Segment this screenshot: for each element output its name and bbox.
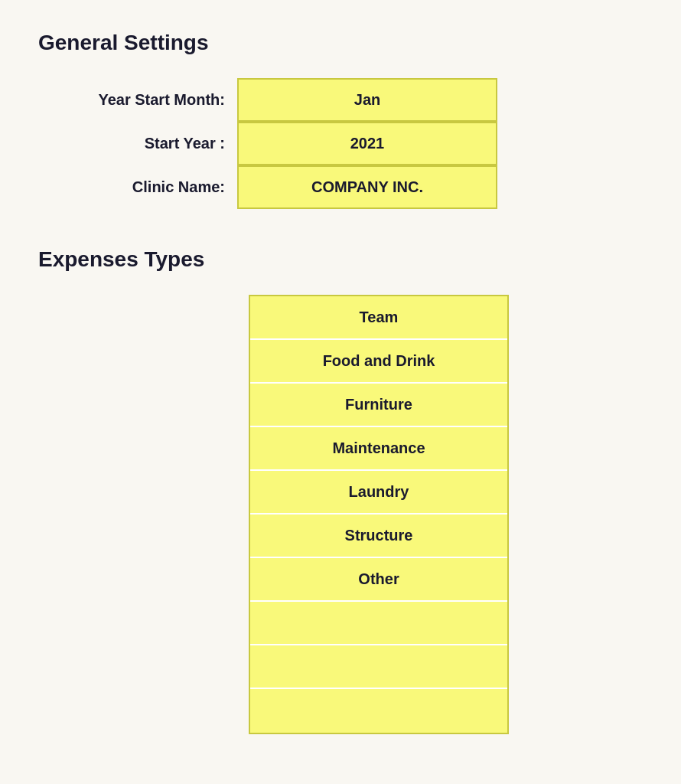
- start-year-value[interactable]: 2021: [237, 122, 497, 165]
- expense-row-maintenance[interactable]: Maintenance: [250, 427, 507, 471]
- expense-row-team[interactable]: Team: [250, 296, 507, 340]
- expense-row-empty-1[interactable]: [250, 602, 507, 645]
- expenses-types-section: Expenses Types Team Food and Drink Furni…: [38, 247, 643, 734]
- clinic-name-value-container: COMPANY INC.: [237, 165, 497, 209]
- expenses-types-title: Expenses Types: [38, 247, 643, 272]
- start-year-row: Start Year : 2021: [84, 122, 497, 165]
- clinic-name-value[interactable]: COMPANY INC.: [237, 165, 497, 209]
- general-settings-title: General Settings: [38, 31, 643, 55]
- expense-row-empty-2[interactable]: [250, 645, 507, 689]
- start-year-value-container: 2021: [237, 122, 497, 165]
- expense-row-structure[interactable]: Structure: [250, 514, 507, 558]
- clinic-name-label: Clinic Name:: [84, 165, 237, 209]
- year-start-month-label: Year Start Month:: [84, 78, 237, 122]
- clinic-name-row: Clinic Name: COMPANY INC.: [84, 165, 497, 209]
- year-start-month-value-container: Jan: [237, 78, 497, 122]
- expense-row-other[interactable]: Other: [250, 558, 507, 602]
- general-settings-section: General Settings Year Start Month: Jan S…: [38, 31, 643, 209]
- start-year-label: Start Year :: [84, 122, 237, 165]
- expense-row-furniture[interactable]: Furniture: [250, 384, 507, 427]
- expense-row-empty-3[interactable]: [250, 689, 507, 733]
- year-start-month-value[interactable]: Jan: [237, 78, 497, 122]
- settings-table: Year Start Month: Jan Start Year : 2021 …: [84, 78, 497, 209]
- year-start-month-row: Year Start Month: Jan: [84, 78, 497, 122]
- expenses-table: Team Food and Drink Furniture Maintenanc…: [249, 295, 509, 734]
- expense-row-food-and-drink[interactable]: Food and Drink: [250, 340, 507, 384]
- expense-row-laundry[interactable]: Laundry: [250, 471, 507, 514]
